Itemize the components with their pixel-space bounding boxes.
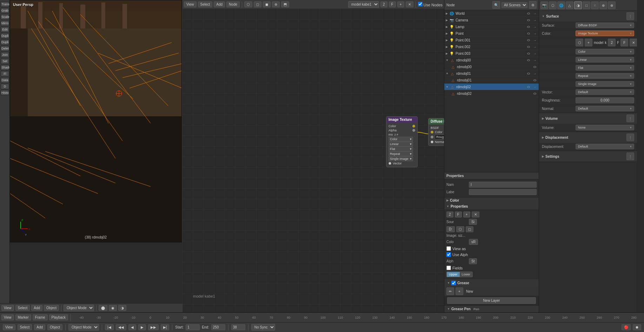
rdmobj02-arrow[interactable]: →	[532, 84, 537, 89]
node-f-btn[interactable]: F	[389, 1, 396, 7]
rdmobj00-arrow[interactable]: →	[532, 58, 537, 63]
grease-paint-btn[interactable]: ✏	[446, 287, 454, 295]
point002-arrow[interactable]: →	[532, 44, 537, 49]
play-prev-btn[interactable]: ◀	[128, 324, 136, 330]
mat-physics-btn[interactable]: ⊛	[599, 1, 607, 9]
node-editor[interactable]: View Select Add Node ⬡ ◻ ◼ ⊛ ⬒ model kab…	[182, 0, 444, 312]
settings-section-header[interactable]: ▶ Settings ⋮	[539, 151, 637, 162]
rdmobj01-eye[interactable]	[526, 71, 531, 76]
bottom-marker-btn[interactable]: Marker	[15, 314, 31, 320]
displacement-section-header[interactable]: ▶ Displacement ⋮	[539, 132, 637, 143]
props-icon-btn3[interactable]: +	[463, 211, 470, 217]
shading-button[interactable]: Shadi	[1, 65, 9, 70]
outliner-item-point[interactable]: ▶ 💡 Point →	[444, 30, 539, 37]
remove-btn[interactable]: ✕	[630, 39, 637, 46]
point003-eye[interactable]	[526, 51, 531, 56]
frame-start-input[interactable]	[186, 324, 200, 330]
normal-value[interactable]: Default ▾	[576, 106, 634, 111]
rdmobj02c-eye[interactable]	[532, 91, 537, 96]
outliner-item-point001[interactable]: ▶ 💡 Point.001 →	[444, 37, 539, 44]
grease-checkbox[interactable]	[451, 281, 456, 285]
model-icon-btn[interactable]: ⬡	[576, 39, 583, 46]
props-icon-btn4[interactable]: ✕	[472, 211, 479, 217]
rdmobj00-eye[interactable]	[526, 58, 531, 63]
outliner-scene-select[interactable]: All Scenes	[502, 2, 527, 8]
use-alph-checkbox[interactable]	[446, 252, 451, 257]
frame-current-input[interactable]	[231, 324, 245, 330]
node-icon5[interactable]: ⬒	[281, 1, 289, 7]
node-add-btn[interactable]: Add	[214, 1, 225, 7]
node-x-btn[interactable]: ✕	[406, 1, 413, 7]
mat-camera-btn[interactable]: 📷	[540, 1, 548, 9]
f-icon-btn[interactable]: F	[620, 39, 628, 46]
status-object-btn[interactable]: Object	[47, 324, 62, 330]
outliner-item-rdmobj01-child[interactable]: △ rdmobj01	[444, 77, 539, 84]
dupli1-button[interactable]: Dupli	[1, 33, 9, 39]
sync-select[interactable]: No Sync	[251, 324, 275, 331]
labe-input[interactable]	[469, 189, 537, 195]
node-num-btn[interactable]: 2	[380, 1, 387, 7]
outliner-item-rdmobj00[interactable]: ▼ △ rdmobj00 →	[444, 57, 539, 64]
fl-button[interactable]: Fl	[1, 71, 9, 77]
outliner-item-rdmobj01[interactable]: ▼ △ rdmobj01 →	[444, 70, 539, 77]
node-plus-btn[interactable]: +	[397, 1, 404, 7]
scale-button[interactable]: Scale	[1, 14, 9, 20]
outliner-item-lamp[interactable]: ▶ 💡 Lamp →	[444, 24, 539, 30]
outliner-item-point002[interactable]: ▶ 💡 Point.002 →	[444, 44, 539, 50]
lower-btn[interactable]: Lower	[460, 272, 473, 277]
d-button[interactable]: D	[1, 84, 9, 89]
d-icon1[interactable]: ⬡	[456, 226, 464, 232]
mat-constraints-btn[interactable]: ⊕	[608, 1, 616, 9]
node-single-image-dropdown[interactable]: Single Image▾	[389, 156, 413, 161]
node-color-dropdown[interactable]: Color▾	[389, 137, 413, 142]
use-nodes-checkbox[interactable]	[418, 2, 423, 6]
status-mode-select[interactable]: Object Mode	[68, 324, 99, 331]
dupli2-button[interactable]: Dupli	[1, 39, 9, 45]
view-button[interactable]: View	[1, 305, 14, 311]
surface-section-header[interactable]: ▼ Surface ⋮	[539, 11, 637, 21]
outliner-item-point003[interactable]: ▶ 💡 Point.003 →	[444, 50, 539, 57]
edit-button[interactable]: Edit	[1, 27, 9, 32]
set-button[interactable]: Set	[1, 58, 9, 64]
grease-section-header[interactable]: ▼ Grease	[444, 279, 539, 287]
status-view-btn[interactable]: View	[3, 324, 15, 330]
bsdf-normal-in[interactable]	[431, 141, 433, 143]
props-icon-btn1[interactable]: 2	[446, 211, 453, 217]
point001-arrow[interactable]: →	[532, 38, 537, 43]
outliner-item-world[interactable]: ▶ 🌐 World →	[444, 10, 539, 17]
camera-eye[interactable]	[526, 18, 531, 22]
play-start-btn[interactable]: |◀	[105, 324, 114, 330]
node-model-select[interactable]: model kabe1	[348, 1, 379, 8]
displacement-value[interactable]: Default ▾	[576, 144, 634, 149]
surface-value[interactable]: Diffuse BSDF ▾	[576, 22, 634, 28]
grease-new-btn[interactable]: +	[456, 287, 463, 295]
model-add-btn[interactable]: +	[585, 39, 592, 46]
node-icon1[interactable]: ⬡	[244, 1, 252, 7]
node-view-btn[interactable]: View	[184, 1, 197, 7]
record-btn[interactable]: ⏺	[633, 324, 641, 330]
node-select-btn[interactable]: Select	[198, 1, 213, 7]
displacement-menu-btn[interactable]: ⋮	[626, 134, 634, 141]
point-eye[interactable]	[526, 31, 531, 36]
point-arrow[interactable]: →	[532, 31, 537, 36]
mat-texture-btn[interactable]: □	[583, 1, 590, 9]
props-icon-btn2[interactable]: F	[455, 211, 462, 217]
outliner-item-rdmobj02-child[interactable]: △ rdmobj02	[444, 90, 539, 97]
node-repeat-dropdown[interactable]: Repeat▾	[389, 151, 413, 156]
nam-input[interactable]	[469, 182, 537, 188]
view-as-checkbox[interactable]	[446, 246, 451, 251]
mirror-button[interactable]: Mirro	[1, 20, 9, 26]
point001-eye[interactable]	[526, 38, 531, 43]
status-select-btn[interactable]: Select	[18, 324, 32, 330]
settings-menu-btn[interactable]: ⋮	[626, 152, 634, 160]
lamp-arrow[interactable]: →	[532, 24, 537, 29]
node-node-btn[interactable]: Node	[226, 1, 240, 7]
single-image-value[interactable]: Single Image ▾	[576, 81, 634, 87]
alpha-socket-out[interactable]	[412, 129, 415, 132]
mat-mesh-btn[interactable]: △	[566, 1, 573, 9]
bottom-frame-btn[interactable]: Frame	[33, 314, 48, 320]
bsdf-color-in[interactable]	[431, 131, 433, 134]
bottom-view-btn[interactable]: View	[1, 314, 14, 320]
roughness-input-mat[interactable]	[576, 97, 634, 103]
3d-viewport[interactable]: X Z Y User Persp (38) rdmobj02	[10, 0, 182, 242]
